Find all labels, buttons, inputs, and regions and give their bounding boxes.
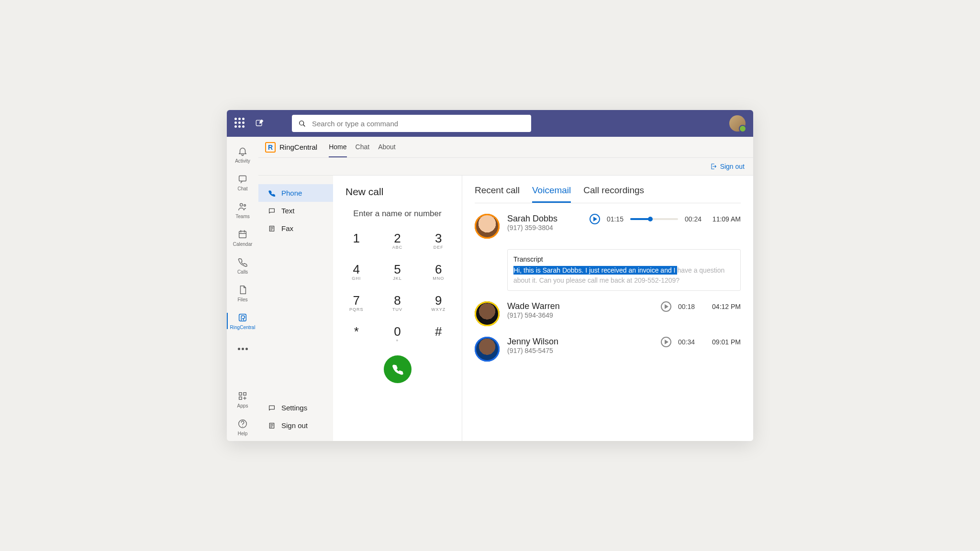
app-title-text: RingCentral — [279, 143, 317, 151]
search-bar[interactable] — [292, 115, 531, 132]
dial-key[interactable]: # — [435, 325, 442, 343]
progress-slider[interactable] — [630, 218, 678, 220]
dial-key[interactable]: 9WXYZ — [431, 294, 445, 312]
svg-rect-5 — [239, 231, 246, 238]
nav-phone[interactable]: Phone — [258, 184, 333, 202]
rail-label: Teams — [235, 214, 249, 219]
dial-key[interactable]: 6MNO — [433, 263, 444, 281]
dial-input[interactable]: Enter a name or number — [345, 209, 449, 219]
nav-label: Settings — [281, 404, 307, 412]
dial-key[interactable]: 7PQRS — [349, 294, 364, 312]
apptab-about[interactable]: About — [378, 137, 396, 157]
play-button[interactable] — [661, 337, 671, 347]
user-avatar[interactable] — [729, 115, 746, 132]
rail-label: Files — [237, 297, 247, 302]
nav-settings[interactable]: Settings — [258, 399, 333, 417]
dial-title: New call — [345, 186, 449, 198]
voicemail-item: Wade Warren (917) 594-3649 00:18 04:12 P… — [475, 301, 741, 326]
file-icon — [237, 285, 248, 295]
svg-rect-7 — [239, 392, 242, 395]
compose-icon[interactable] — [255, 119, 264, 128]
apps-icon — [237, 391, 248, 401]
apptab-home[interactable]: Home — [329, 137, 346, 157]
phone-icon — [391, 363, 404, 375]
rail-label: RingCentral — [230, 325, 256, 330]
call-button[interactable] — [384, 355, 412, 383]
rail-help[interactable]: Help — [227, 413, 258, 441]
search-input[interactable] — [311, 119, 525, 128]
dial-key[interactable]: 3DEF — [434, 232, 444, 250]
help-icon — [237, 419, 248, 429]
transcript-heading: Transcript — [513, 254, 735, 264]
svg-point-3 — [240, 203, 243, 206]
calendar-icon — [237, 229, 248, 240]
rail-label: Activity — [235, 158, 250, 164]
rail-activity[interactable]: Activity — [227, 141, 258, 168]
dial-key[interactable]: 8TUV — [392, 294, 402, 312]
dial-key[interactable]: 5JKL — [393, 263, 402, 281]
svg-rect-2 — [239, 176, 246, 181]
apptab-chat[interactable]: Chat — [356, 137, 370, 157]
svg-rect-9 — [239, 397, 242, 399]
caller-avatar — [475, 214, 500, 239]
play-button[interactable] — [661, 301, 671, 312]
app-content: R RingCentral Home Chat About Sign out P… — [258, 137, 753, 441]
fax-icon — [268, 422, 276, 430]
elapsed-time: 01:15 — [607, 215, 624, 223]
signout-icon — [710, 163, 717, 170]
caller-phone: (917) 359-3804 — [507, 224, 582, 231]
rail-more[interactable] — [227, 335, 258, 363]
caller-avatar — [475, 301, 500, 326]
caller-phone: (917) 845-5475 — [507, 347, 653, 354]
nav-signout[interactable]: Sign out — [258, 417, 333, 434]
fax-icon — [268, 225, 276, 232]
app-launcher-icon[interactable] — [234, 118, 246, 129]
rail-label: Chat — [237, 186, 247, 191]
transcript-box: Transcript Hi, this is Sarah Dobbs. I ju… — [507, 249, 741, 291]
side-nav: Phone Text Fax Settings — [258, 176, 333, 441]
caller-name: Wade Warren — [507, 301, 653, 311]
svg-rect-8 — [244, 392, 246, 395]
play-button[interactable] — [590, 214, 600, 224]
rail-ringcentral[interactable]: RingCentral — [227, 307, 258, 335]
received-time: 09:01 PM — [708, 338, 741, 346]
nav-label: Fax — [281, 224, 293, 232]
signout-link[interactable]: Sign out — [720, 163, 745, 170]
dial-key[interactable]: 1 — [353, 232, 360, 250]
rail-calls[interactable]: Calls — [227, 252, 258, 279]
rail-label: Help — [238, 431, 248, 436]
tab-recordings[interactable]: Call recordings — [583, 185, 644, 203]
ringcentral-icon — [237, 312, 248, 323]
rail-teams[interactable]: Teams — [227, 196, 258, 224]
received-time: 11:09 AM — [708, 215, 741, 223]
phone-icon — [237, 257, 248, 267]
dial-key[interactable]: * — [354, 325, 359, 343]
app-header: R RingCentral Home Chat About — [258, 137, 753, 158]
teams-icon — [237, 201, 248, 212]
title-bar — [227, 110, 753, 137]
dial-key[interactable]: 2ABC — [392, 232, 403, 250]
search-icon — [298, 119, 306, 128]
rail-chat[interactable]: Chat — [227, 168, 258, 196]
rail-calendar[interactable]: Calendar — [227, 224, 258, 252]
elapsed-time: 00:34 — [678, 338, 695, 346]
nav-fax[interactable]: Fax — [258, 220, 333, 237]
dial-key[interactable]: 4GHI — [352, 263, 361, 281]
nav-text[interactable]: Text — [258, 202, 333, 220]
main-panel: Recent call Voicemail Call recordings Sa… — [462, 176, 753, 441]
app-title: R RingCentral — [265, 142, 317, 153]
dial-key[interactable]: 0+ — [394, 325, 401, 343]
received-time: 04:12 PM — [708, 303, 741, 310]
rail-label: Calls — [237, 269, 248, 275]
nav-label: Text — [281, 207, 295, 215]
tab-voicemail[interactable]: Voicemail — [532, 185, 571, 203]
caller-avatar — [475, 337, 500, 362]
rail-files[interactable]: Files — [227, 279, 258, 307]
nav-label: Phone — [281, 189, 302, 197]
rail-label: Apps — [237, 403, 248, 408]
ringcentral-logo-icon: R — [265, 142, 276, 153]
rail-apps[interactable]: Apps — [227, 386, 258, 413]
tab-recent[interactable]: Recent call — [475, 185, 520, 203]
app-rail: Activity Chat Teams Calendar Calls Files — [227, 137, 258, 441]
bell-icon — [237, 146, 248, 156]
